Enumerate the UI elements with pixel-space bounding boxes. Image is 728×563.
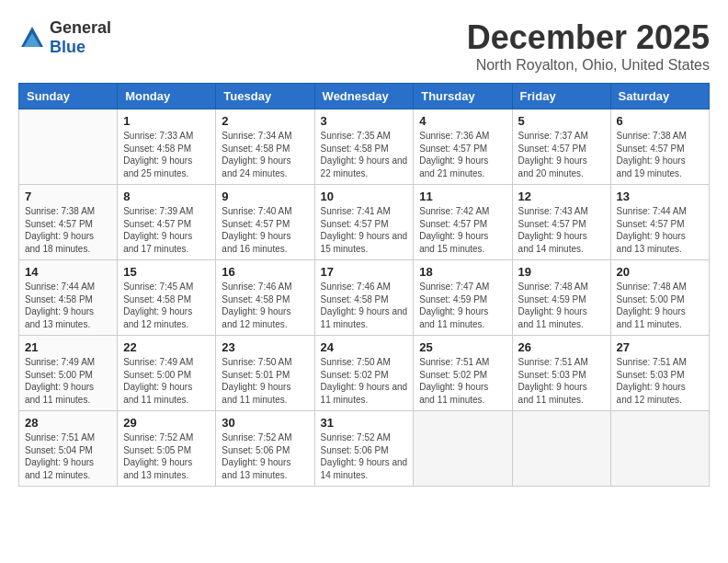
title-area: December 2025 North Royalton, Ohio, Unit… — [467, 18, 710, 74]
calendar-cell — [414, 411, 512, 487]
day-info: Sunrise: 7:50 AMSunset: 5:01 PMDaylight:… — [222, 356, 308, 406]
calendar-cell: 3Sunrise: 7:35 AMSunset: 4:58 PMDaylight… — [314, 109, 414, 185]
header: General Blue December 2025 North Royalto… — [18, 18, 710, 74]
day-number: 31 — [321, 416, 408, 430]
day-number: 28 — [25, 416, 111, 430]
day-number: 9 — [222, 190, 308, 203]
day-number: 14 — [25, 265, 111, 279]
calendar-cell: 29Sunrise: 7:52 AMSunset: 5:05 PMDayligh… — [118, 411, 216, 487]
calendar-cell: 7Sunrise: 7:38 AMSunset: 4:57 PMDaylight… — [19, 185, 118, 260]
calendar-cell: 19Sunrise: 7:48 AMSunset: 4:59 PMDayligh… — [512, 260, 610, 336]
calendar-cell: 4Sunrise: 7:36 AMSunset: 4:57 PMDaylight… — [414, 109, 512, 185]
week-row-4: 21Sunrise: 7:49 AMSunset: 5:00 PMDayligh… — [19, 336, 710, 411]
calendar-cell: 16Sunrise: 7:46 AMSunset: 4:58 PMDayligh… — [216, 260, 314, 336]
calendar-cell: 26Sunrise: 7:51 AMSunset: 5:03 PMDayligh… — [512, 336, 610, 411]
day-number: 26 — [518, 340, 605, 354]
logo: General Blue — [18, 18, 111, 57]
calendar-cell: 30Sunrise: 7:52 AMSunset: 5:06 PMDayligh… — [216, 411, 314, 487]
calendar-cell — [512, 411, 610, 487]
day-number: 17 — [321, 265, 408, 279]
day-number: 29 — [123, 416, 210, 430]
day-number: 2 — [222, 114, 308, 128]
week-row-5: 28Sunrise: 7:51 AMSunset: 5:04 PMDayligh… — [19, 411, 710, 487]
day-info: Sunrise: 7:52 AMSunset: 5:06 PMDaylight:… — [321, 431, 408, 481]
calendar-cell: 25Sunrise: 7:51 AMSunset: 5:02 PMDayligh… — [414, 336, 512, 411]
day-info: Sunrise: 7:45 AMSunset: 4:58 PMDaylight:… — [123, 281, 210, 330]
day-number: 4 — [419, 114, 506, 128]
logo-icon — [18, 24, 46, 52]
day-info: Sunrise: 7:46 AMSunset: 4:58 PMDaylight:… — [222, 281, 308, 330]
calendar-cell: 28Sunrise: 7:51 AMSunset: 5:04 PMDayligh… — [19, 411, 118, 487]
month-title: December 2025 — [467, 18, 710, 57]
day-number: 12 — [518, 190, 605, 203]
day-info: Sunrise: 7:51 AMSunset: 5:04 PMDaylight:… — [25, 431, 111, 481]
calendar-cell: 8Sunrise: 7:39 AMSunset: 4:57 PMDaylight… — [118, 185, 216, 260]
calendar-cell: 27Sunrise: 7:51 AMSunset: 5:03 PMDayligh… — [610, 336, 709, 411]
day-info: Sunrise: 7:44 AMSunset: 4:58 PMDaylight:… — [25, 281, 111, 330]
calendar-cell: 15Sunrise: 7:45 AMSunset: 4:58 PMDayligh… — [118, 260, 216, 336]
day-number: 1 — [123, 114, 210, 128]
calendar-cell: 23Sunrise: 7:50 AMSunset: 5:01 PMDayligh… — [216, 336, 314, 411]
day-number: 21 — [25, 340, 111, 354]
day-info: Sunrise: 7:44 AMSunset: 4:57 PMDaylight:… — [617, 205, 703, 255]
day-number: 7 — [25, 190, 111, 203]
header-day-saturday: Saturday — [610, 84, 709, 109]
calendar-cell: 13Sunrise: 7:44 AMSunset: 4:57 PMDayligh… — [610, 185, 709, 260]
header-row: SundayMondayTuesdayWednesdayThursdayFrid… — [19, 84, 710, 109]
day-info: Sunrise: 7:35 AMSunset: 4:58 PMDaylight:… — [321, 130, 408, 179]
day-number: 5 — [518, 114, 605, 128]
week-row-2: 7Sunrise: 7:38 AMSunset: 4:57 PMDaylight… — [19, 185, 710, 260]
week-row-3: 14Sunrise: 7:44 AMSunset: 4:58 PMDayligh… — [19, 260, 710, 336]
header-day-monday: Monday — [118, 84, 216, 109]
calendar-cell: 12Sunrise: 7:43 AMSunset: 4:57 PMDayligh… — [512, 185, 610, 260]
day-info: Sunrise: 7:38 AMSunset: 4:57 PMDaylight:… — [617, 130, 703, 179]
day-number: 6 — [617, 114, 703, 128]
day-info: Sunrise: 7:51 AMSunset: 5:02 PMDaylight:… — [419, 356, 506, 406]
calendar-cell — [19, 109, 118, 185]
calendar-cell: 10Sunrise: 7:41 AMSunset: 4:57 PMDayligh… — [314, 185, 414, 260]
calendar-cell: 11Sunrise: 7:42 AMSunset: 4:57 PMDayligh… — [414, 185, 512, 260]
calendar-cell: 21Sunrise: 7:49 AMSunset: 5:00 PMDayligh… — [19, 336, 118, 411]
day-info: Sunrise: 7:49 AMSunset: 5:00 PMDaylight:… — [25, 356, 111, 406]
calendar-cell — [610, 411, 709, 487]
calendar-cell: 6Sunrise: 7:38 AMSunset: 4:57 PMDaylight… — [610, 109, 709, 185]
day-number: 30 — [222, 416, 308, 430]
header-day-tuesday: Tuesday — [216, 84, 314, 109]
day-info: Sunrise: 7:37 AMSunset: 4:57 PMDaylight:… — [518, 130, 605, 179]
day-number: 20 — [617, 265, 703, 279]
day-number: 11 — [419, 190, 506, 203]
logo-general: General — [50, 18, 111, 37]
day-number: 15 — [123, 265, 210, 279]
day-number: 27 — [617, 340, 703, 354]
day-info: Sunrise: 7:48 AMSunset: 5:00 PMDaylight:… — [617, 281, 703, 330]
calendar-table: SundayMondayTuesdayWednesdayThursdayFrid… — [18, 83, 710, 487]
day-info: Sunrise: 7:34 AMSunset: 4:58 PMDaylight:… — [222, 130, 308, 179]
week-row-1: 1Sunrise: 7:33 AMSunset: 4:58 PMDaylight… — [19, 109, 710, 185]
day-info: Sunrise: 7:43 AMSunset: 4:57 PMDaylight:… — [518, 205, 605, 255]
day-info: Sunrise: 7:42 AMSunset: 4:57 PMDaylight:… — [419, 205, 506, 255]
day-number: 13 — [617, 190, 703, 203]
calendar-cell: 9Sunrise: 7:40 AMSunset: 4:57 PMDaylight… — [216, 185, 314, 260]
day-number: 10 — [321, 190, 408, 203]
location-title: North Royalton, Ohio, United States — [467, 57, 710, 74]
day-number: 16 — [222, 265, 308, 279]
day-info: Sunrise: 7:52 AMSunset: 5:06 PMDaylight:… — [222, 431, 308, 481]
logo-blue: Blue — [50, 38, 85, 56]
day-info: Sunrise: 7:36 AMSunset: 4:57 PMDaylight:… — [419, 130, 506, 179]
day-info: Sunrise: 7:46 AMSunset: 4:58 PMDaylight:… — [321, 281, 408, 330]
day-info: Sunrise: 7:51 AMSunset: 5:03 PMDaylight:… — [617, 356, 703, 406]
day-info: Sunrise: 7:50 AMSunset: 5:02 PMDaylight:… — [321, 356, 408, 406]
logo-text: General Blue — [50, 18, 111, 57]
day-number: 18 — [419, 265, 506, 279]
header-day-thursday: Thursday — [414, 84, 512, 109]
calendar-cell: 31Sunrise: 7:52 AMSunset: 5:06 PMDayligh… — [314, 411, 414, 487]
day-number: 3 — [321, 114, 408, 128]
day-info: Sunrise: 7:40 AMSunset: 4:57 PMDaylight:… — [222, 205, 308, 255]
calendar-cell: 5Sunrise: 7:37 AMSunset: 4:57 PMDaylight… — [512, 109, 610, 185]
calendar-cell: 20Sunrise: 7:48 AMSunset: 5:00 PMDayligh… — [610, 260, 709, 336]
day-info: Sunrise: 7:41 AMSunset: 4:57 PMDaylight:… — [321, 205, 408, 255]
calendar-cell: 24Sunrise: 7:50 AMSunset: 5:02 PMDayligh… — [314, 336, 414, 411]
day-number: 19 — [518, 265, 605, 279]
calendar-cell: 17Sunrise: 7:46 AMSunset: 4:58 PMDayligh… — [314, 260, 414, 336]
header-day-friday: Friday — [512, 84, 610, 109]
